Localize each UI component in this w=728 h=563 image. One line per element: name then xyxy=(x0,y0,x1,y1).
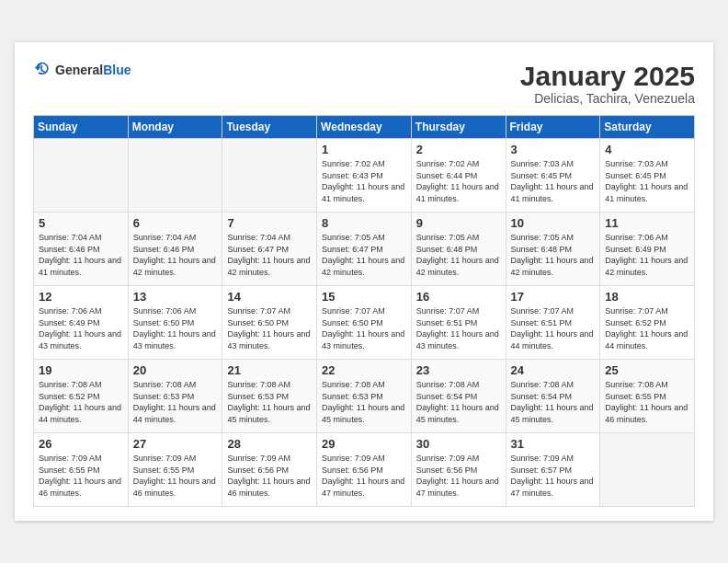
title-block: January 2025 Delicias, Tachira, Venezuel… xyxy=(520,61,695,106)
day-number: 3 xyxy=(511,143,596,156)
weekday-header-friday: Friday xyxy=(506,116,600,139)
day-number: 26 xyxy=(39,437,123,451)
day-number: 20 xyxy=(133,363,218,377)
week-row-1: 1Sunrise: 7:02 AM Sunset: 6:43 PM Daylig… xyxy=(34,139,695,213)
logo-blue: Blue xyxy=(103,63,131,77)
day-cell: 9Sunrise: 7:05 AM Sunset: 6:48 PM Daylig… xyxy=(411,213,506,286)
day-cell: 12Sunrise: 7:06 AM Sunset: 6:49 PM Dayli… xyxy=(34,286,129,360)
calendar-title: January 2025 xyxy=(520,61,695,91)
weekday-header-sunday: Sunday xyxy=(34,116,129,139)
day-info: Sunrise: 7:07 AM Sunset: 6:52 PM Dayligh… xyxy=(605,305,689,351)
logo-icon xyxy=(33,61,51,79)
day-info: Sunrise: 7:08 AM Sunset: 6:53 PM Dayligh… xyxy=(322,379,406,425)
logo: GeneralBlue xyxy=(33,61,131,79)
day-number: 4 xyxy=(605,143,689,156)
weekday-header-wednesday: Wednesday xyxy=(317,116,412,139)
day-cell: 23Sunrise: 7:08 AM Sunset: 6:54 PM Dayli… xyxy=(411,360,506,433)
day-cell: 6Sunrise: 7:04 AM Sunset: 6:46 PM Daylig… xyxy=(128,213,222,286)
logo-general: General xyxy=(55,63,103,77)
day-number: 6 xyxy=(133,216,218,230)
day-cell: 3Sunrise: 7:03 AM Sunset: 6:45 PM Daylig… xyxy=(506,139,600,213)
day-cell: 8Sunrise: 7:05 AM Sunset: 6:47 PM Daylig… xyxy=(317,213,412,286)
calendar-table: SundayMondayTuesdayWednesdayThursdayFrid… xyxy=(33,115,695,507)
day-number: 21 xyxy=(227,363,312,377)
day-info: Sunrise: 7:03 AM Sunset: 6:45 PM Dayligh… xyxy=(605,158,689,204)
day-info: Sunrise: 7:06 AM Sunset: 6:49 PM Dayligh… xyxy=(39,305,123,351)
day-cell: 14Sunrise: 7:07 AM Sunset: 6:50 PM Dayli… xyxy=(222,286,317,360)
day-info: Sunrise: 7:04 AM Sunset: 6:47 PM Dayligh… xyxy=(227,232,312,278)
day-cell: 26Sunrise: 7:09 AM Sunset: 6:55 PM Dayli… xyxy=(34,433,129,507)
day-number: 15 xyxy=(322,290,406,304)
day-cell xyxy=(222,139,317,213)
day-cell: 29Sunrise: 7:09 AM Sunset: 6:56 PM Dayli… xyxy=(317,433,412,507)
day-info: Sunrise: 7:09 AM Sunset: 6:56 PM Dayligh… xyxy=(227,453,312,499)
day-info: Sunrise: 7:07 AM Sunset: 6:50 PM Dayligh… xyxy=(322,305,406,351)
day-info: Sunrise: 7:08 AM Sunset: 6:53 PM Dayligh… xyxy=(133,379,218,425)
day-cell: 19Sunrise: 7:08 AM Sunset: 6:52 PM Dayli… xyxy=(34,360,129,433)
day-info: Sunrise: 7:07 AM Sunset: 6:51 PM Dayligh… xyxy=(416,305,501,351)
day-info: Sunrise: 7:08 AM Sunset: 6:54 PM Dayligh… xyxy=(511,379,596,425)
day-cell: 22Sunrise: 7:08 AM Sunset: 6:53 PM Dayli… xyxy=(317,360,412,433)
day-number: 27 xyxy=(133,437,218,451)
day-number: 18 xyxy=(605,290,689,304)
day-info: Sunrise: 7:08 AM Sunset: 6:52 PM Dayligh… xyxy=(39,379,123,425)
day-number: 12 xyxy=(39,290,123,304)
day-cell: 17Sunrise: 7:07 AM Sunset: 6:51 PM Dayli… xyxy=(506,286,600,360)
day-cell xyxy=(34,139,129,213)
day-info: Sunrise: 7:08 AM Sunset: 6:53 PM Dayligh… xyxy=(227,379,312,425)
day-cell: 20Sunrise: 7:08 AM Sunset: 6:53 PM Dayli… xyxy=(128,360,222,433)
day-number: 8 xyxy=(322,216,406,230)
day-info: Sunrise: 7:09 AM Sunset: 6:56 PM Dayligh… xyxy=(416,453,501,499)
day-info: Sunrise: 7:05 AM Sunset: 6:48 PM Dayligh… xyxy=(511,232,596,278)
weekday-header-monday: Monday xyxy=(128,116,222,139)
day-number: 25 xyxy=(605,363,689,377)
day-cell: 1Sunrise: 7:02 AM Sunset: 6:43 PM Daylig… xyxy=(317,139,412,213)
day-cell: 16Sunrise: 7:07 AM Sunset: 6:51 PM Dayli… xyxy=(411,286,506,360)
day-number: 29 xyxy=(322,437,406,451)
day-number: 22 xyxy=(322,363,406,377)
day-info: Sunrise: 7:03 AM Sunset: 6:45 PM Dayligh… xyxy=(511,158,596,204)
day-info: Sunrise: 7:02 AM Sunset: 6:44 PM Dayligh… xyxy=(416,158,501,204)
logo-text: GeneralBlue xyxy=(55,62,131,78)
day-info: Sunrise: 7:04 AM Sunset: 6:46 PM Dayligh… xyxy=(39,232,123,278)
week-row-5: 26Sunrise: 7:09 AM Sunset: 6:55 PM Dayli… xyxy=(34,433,695,507)
day-cell: 25Sunrise: 7:08 AM Sunset: 6:55 PM Dayli… xyxy=(600,360,695,433)
day-number: 16 xyxy=(416,290,501,304)
day-cell: 7Sunrise: 7:04 AM Sunset: 6:47 PM Daylig… xyxy=(222,213,317,286)
weekday-header-tuesday: Tuesday xyxy=(222,116,317,139)
week-row-4: 19Sunrise: 7:08 AM Sunset: 6:52 PM Dayli… xyxy=(34,360,695,433)
weekday-header-saturday: Saturday xyxy=(600,116,695,139)
day-number: 14 xyxy=(227,290,312,304)
header: GeneralBlue January 2025 Delicias, Tachi… xyxy=(33,61,695,106)
day-cell: 18Sunrise: 7:07 AM Sunset: 6:52 PM Dayli… xyxy=(600,286,695,360)
day-info: Sunrise: 7:05 AM Sunset: 6:48 PM Dayligh… xyxy=(416,232,501,278)
day-info: Sunrise: 7:06 AM Sunset: 6:49 PM Dayligh… xyxy=(605,232,689,278)
day-info: Sunrise: 7:09 AM Sunset: 6:55 PM Dayligh… xyxy=(133,453,218,499)
day-cell: 10Sunrise: 7:05 AM Sunset: 6:48 PM Dayli… xyxy=(506,213,600,286)
day-info: Sunrise: 7:06 AM Sunset: 6:50 PM Dayligh… xyxy=(133,305,218,351)
day-number: 1 xyxy=(322,143,406,156)
calendar-container: GeneralBlue January 2025 Delicias, Tachi… xyxy=(15,42,713,521)
day-info: Sunrise: 7:09 AM Sunset: 6:55 PM Dayligh… xyxy=(39,453,123,499)
day-number: 28 xyxy=(227,437,312,451)
day-number: 10 xyxy=(511,216,596,230)
day-info: Sunrise: 7:05 AM Sunset: 6:47 PM Dayligh… xyxy=(322,232,406,278)
day-info: Sunrise: 7:09 AM Sunset: 6:57 PM Dayligh… xyxy=(511,453,596,499)
day-cell: 15Sunrise: 7:07 AM Sunset: 6:50 PM Dayli… xyxy=(317,286,412,360)
day-info: Sunrise: 7:09 AM Sunset: 6:56 PM Dayligh… xyxy=(322,453,406,499)
week-row-2: 5Sunrise: 7:04 AM Sunset: 6:46 PM Daylig… xyxy=(34,213,695,286)
day-number: 7 xyxy=(227,216,312,230)
day-cell: 31Sunrise: 7:09 AM Sunset: 6:57 PM Dayli… xyxy=(506,433,600,507)
day-cell: 28Sunrise: 7:09 AM Sunset: 6:56 PM Dayli… xyxy=(222,433,317,507)
day-number: 19 xyxy=(39,363,123,377)
day-cell: 13Sunrise: 7:06 AM Sunset: 6:50 PM Dayli… xyxy=(128,286,222,360)
day-number: 24 xyxy=(511,363,596,377)
day-number: 13 xyxy=(133,290,218,304)
day-info: Sunrise: 7:02 AM Sunset: 6:43 PM Dayligh… xyxy=(322,158,406,204)
day-cell: 2Sunrise: 7:02 AM Sunset: 6:44 PM Daylig… xyxy=(411,139,506,213)
day-cell: 4Sunrise: 7:03 AM Sunset: 6:45 PM Daylig… xyxy=(600,139,695,213)
day-cell xyxy=(128,139,222,213)
day-cell: 27Sunrise: 7:09 AM Sunset: 6:55 PM Dayli… xyxy=(128,433,222,507)
day-info: Sunrise: 7:04 AM Sunset: 6:46 PM Dayligh… xyxy=(133,232,218,278)
day-number: 17 xyxy=(511,290,596,304)
